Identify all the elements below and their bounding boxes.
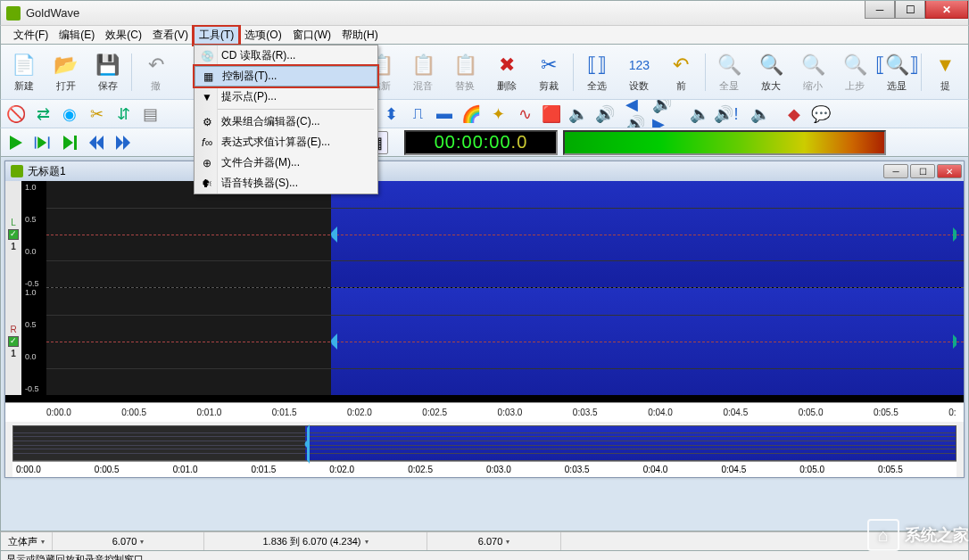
effect-circle-icon[interactable]: ◉ (56, 103, 83, 126)
menu-file-merger[interactable]: ⊕文件合并器(M)... (195, 152, 377, 173)
effect-updown-icon[interactable]: ⬍ (377, 103, 404, 126)
menu-tools[interactable]: 工具(T) (194, 26, 239, 45)
document-titlebar[interactable]: 无标题1 ─ ☐ ✕ (5, 161, 964, 181)
effect-wave-icon[interactable]: ∿ (511, 103, 538, 126)
menu-effect-chain[interactable]: ⚙效果组合编辑器(C)... (195, 111, 377, 132)
fx-icon: f∞ (200, 136, 214, 150)
effect-swap-icon[interactable]: ⇵ (110, 103, 137, 126)
effect-cut-icon[interactable]: ✂ (83, 103, 110, 126)
select-all-button[interactable]: ⟦⟧全选 (576, 47, 618, 97)
overview-waveform[interactable] (12, 425, 957, 461)
effect-vol-r-icon[interactable]: 🔊▶ (652, 103, 679, 126)
effect-shuffle-icon[interactable]: ⇄ (29, 103, 56, 126)
prev-button[interactable]: ↶前 (660, 47, 702, 97)
status-mode[interactable]: 立体声 (1, 532, 53, 550)
save-button[interactable]: 💾保存 (87, 47, 128, 97)
play-button[interactable] (3, 131, 29, 154)
status-length2[interactable]: 6.070 (427, 532, 561, 550)
status-length[interactable]: 6.070 (53, 532, 204, 550)
time-ruler[interactable]: 0:00.0 0:00.5 0:01.0 0:01.5 0:02.0 0:02.… (5, 402, 964, 422)
effect-spectrum-icon[interactable]: 🌈 (458, 103, 484, 126)
menu-cd-reader[interactable]: 💿CD 读取器(R)... (195, 45, 377, 66)
doc-close-button[interactable]: ✕ (937, 164, 962, 178)
doc-minimize-button[interactable]: ─ (883, 164, 908, 178)
rewind-button[interactable] (83, 131, 110, 154)
left-channel-checkbox[interactable] (8, 229, 19, 240)
menu-controller[interactable]: ▦控制器(T)... (195, 66, 377, 86)
level-meter (563, 130, 886, 155)
menu-options[interactable]: 选项(O) (239, 26, 286, 45)
menu-edit[interactable]: 编辑(E) (54, 26, 100, 45)
menu-file[interactable]: 文件(F) (8, 26, 54, 45)
menu-window[interactable]: 窗口(W) (287, 26, 336, 45)
start-marker[interactable] (325, 181, 337, 287)
all-view-button[interactable]: 🔍全显 (708, 47, 750, 97)
transport-toolbar: ◉☑ ▦ 00: 00: 00 .0 (0, 128, 969, 157)
step-up-button[interactable]: 🔍上步 (834, 47, 876, 97)
menu-speech[interactable]: 🗣语音转换器(S)... (195, 173, 377, 194)
menu-effects[interactable]: 效果(C) (100, 26, 147, 45)
effect-stop-icon[interactable]: 🚫 (3, 103, 29, 126)
effect-speaker1-icon[interactable]: 🔈 (565, 103, 592, 126)
statusbar-hint: 显示或隐藏回放和录音控制窗口 (0, 551, 969, 560)
effect-eq-icon[interactable]: ⎍ (404, 103, 431, 126)
replace-button[interactable]: 📋替换 (444, 47, 486, 97)
svg-marker-0 (10, 136, 22, 150)
svg-marker-9 (123, 136, 130, 150)
open-button[interactable]: 📂打开 (45, 47, 87, 97)
play-end-button[interactable] (56, 131, 83, 154)
right-channel-checkbox[interactable] (8, 336, 19, 347)
effect-vol-l-icon[interactable]: ◀🔊 (625, 103, 652, 126)
end-marker[interactable] (953, 181, 964, 287)
play-sel-button[interactable] (29, 131, 56, 154)
menu-expression[interactable]: f∞表达式求值计算器(E)... (195, 132, 377, 152)
overview-marker[interactable] (301, 424, 310, 464)
timer-ss: 00 (489, 132, 510, 152)
menu-help[interactable]: 帮助(H) (336, 26, 384, 45)
label: 表达式求值计算器(E)... (221, 135, 330, 150)
label: 前 (676, 79, 686, 93)
zoom-in-button[interactable]: 🔍放大 (750, 47, 792, 97)
sel-zoom-button[interactable]: ⟦🔍⟧选显 (876, 47, 918, 97)
window-close-button[interactable] (925, 1, 968, 19)
channel-labels: L 1 R 1 (5, 181, 21, 395)
label: 提 (940, 79, 950, 93)
cue-icon: ▼ (200, 90, 214, 104)
delete-button[interactable]: ✖删除 (486, 47, 528, 97)
effect-speaker4-icon[interactable]: 🔈 (747, 103, 774, 126)
effect-speaker3-icon[interactable]: 🔈 (686, 103, 713, 126)
effect-star-icon[interactable]: ✦ (484, 103, 511, 126)
effect-diamond-icon[interactable]: ◆ (781, 103, 808, 126)
speech-icon: 🗣 (200, 177, 214, 191)
label: 选显 (887, 79, 907, 93)
window-maximize-button[interactable] (895, 1, 925, 19)
window-minimize-button[interactable] (865, 1, 895, 19)
undo-button[interactable]: ↶撤 (135, 47, 177, 97)
effect-chat-icon[interactable]: 💬 (808, 103, 834, 126)
set-button[interactable]: 123设数 (618, 47, 660, 97)
separator (705, 54, 706, 91)
effect-a-icon[interactable]: ▤ (137, 103, 163, 126)
menu-cue-points[interactable]: ▼提示点(P)... (195, 86, 377, 107)
end-marker[interactable] (953, 288, 964, 395)
menu-view[interactable]: 查看(V) (147, 26, 194, 45)
start-marker[interactable] (325, 288, 337, 395)
trim-button[interactable]: ✂剪裁 (528, 47, 570, 97)
svg-rect-3 (48, 136, 50, 148)
effect-loud-icon[interactable]: 🔊! (713, 103, 740, 126)
waveform-canvas[interactable] (46, 181, 964, 395)
forward-button[interactable] (110, 131, 137, 154)
mix-button[interactable]: 📋混音 (402, 47, 444, 97)
doc-maximize-button[interactable]: ☐ (910, 164, 935, 178)
effect-color-icon[interactable]: 🟥 (538, 103, 565, 126)
hint-button[interactable]: ▼提 (924, 47, 966, 97)
waveform-right (46, 288, 964, 395)
effect-bars-icon[interactable]: ▬ (431, 103, 458, 126)
separator (131, 54, 132, 91)
effect-speaker2-icon[interactable]: 🔊 (592, 103, 618, 126)
new-button[interactable]: 📄新建 (3, 47, 45, 97)
zoom-out-button[interactable]: 🔍缩小 (792, 47, 834, 97)
separator (198, 109, 374, 110)
svg-marker-2 (37, 136, 46, 148)
status-selection[interactable]: 1.836 到 6.070 (4.234) (204, 532, 427, 550)
